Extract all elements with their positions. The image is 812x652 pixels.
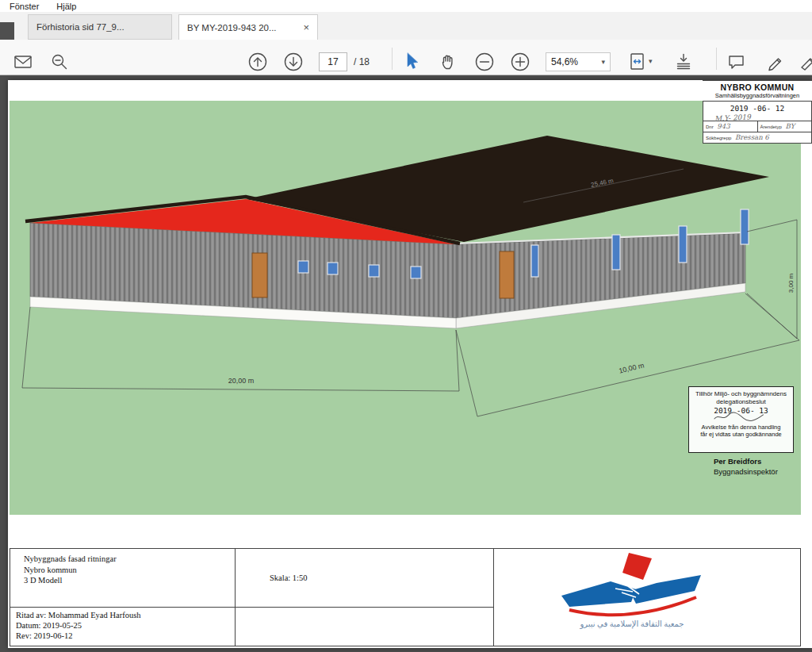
zoom-level-dropdown[interactable]: 54,6% ▾ xyxy=(546,52,611,71)
tab-bar: Förhistoria sid 77_9... BY MY-2019-943 2… xyxy=(0,12,812,40)
front-window xyxy=(327,263,338,274)
page-total-label: / 18 xyxy=(354,56,370,67)
signature-scribble xyxy=(710,412,773,422)
title-block-border xyxy=(10,548,10,646)
title-block-border xyxy=(800,548,801,646)
date-label: Datum: 2019-05-25 xyxy=(16,620,140,631)
menu-fonster[interactable]: Fönster xyxy=(10,2,39,11)
front-door xyxy=(252,253,267,297)
organization-name-arabic: جمعية الثقافة الإسلامية في نيبرو xyxy=(517,619,747,628)
hand-tool-icon[interactable] xyxy=(438,52,458,72)
tab-by-my-2019-943[interactable]: BY MY-2019-943 20... × xyxy=(178,14,318,40)
drawn-by-label: Ritad av: Mohammad Eyad Harfoush xyxy=(16,610,140,620)
fit-width-icon[interactable] xyxy=(627,52,648,72)
previous-page-icon[interactable] xyxy=(247,52,268,72)
dnr-value: 943 xyxy=(717,122,730,130)
stamp-org-name: NYBRO KOMMUN xyxy=(703,82,812,92)
delegation-line2: delegationsbeslut xyxy=(689,398,793,406)
drawing-meta-cell: Ritad av: Mohammad Eyad Harfoush Datum: … xyxy=(16,610,140,641)
delegation-stamp: Tillhör Miljö- och byggnämndens delegati… xyxy=(688,386,794,453)
stamp-dept-name: Samhällsbyggnadsförvaltningen xyxy=(703,92,812,99)
comment-icon[interactable] xyxy=(726,52,747,72)
front-window xyxy=(298,261,308,273)
side-window xyxy=(679,226,687,263)
dimension-height-label: 3,00 m xyxy=(787,273,795,293)
page-number-input[interactable]: 17 xyxy=(319,52,347,71)
drawing-area: 20,00 m 10,00 m 3,00 m 25,46 m xyxy=(10,101,801,515)
search-label: Sökbegrepp xyxy=(706,136,731,140)
front-window xyxy=(411,267,421,278)
drawing-title-cell: Nybyggnads fasad ritningar Nybro kommun … xyxy=(24,554,117,586)
stamp-type-cell: Ärendetyp BY xyxy=(757,121,812,132)
delegation-line4: får ej vidtas utan godkännande xyxy=(689,431,793,438)
title-block-border xyxy=(10,646,801,646)
building-3d-model: 20,00 m 10,00 m 3,00 m 25,46 m xyxy=(10,101,801,515)
tab-close-icon[interactable]: × xyxy=(303,22,309,33)
drawing-title-line1: Nybyggnads fasad ritningar xyxy=(24,554,117,565)
chevron-down-icon: ▾ xyxy=(601,58,605,66)
title-block-border xyxy=(10,548,801,549)
toolbar: 17 / 18 54,6% ▾ ▾ xyxy=(0,40,812,75)
handshake-logo-icon xyxy=(549,551,715,618)
tab-label: BY MY-2019-943 20... xyxy=(187,23,297,33)
dnr-label: Dnr xyxy=(706,125,714,129)
zoom-in-icon[interactable] xyxy=(510,52,530,72)
title-block-divider xyxy=(10,607,493,608)
toolbar-separator xyxy=(716,48,717,70)
zoom-level-value: 54,6% xyxy=(551,56,578,67)
dimension-front-label: 20,00 m xyxy=(228,377,255,385)
rev-label: Rev: 2019-06-12 xyxy=(16,631,140,641)
highlighter-icon[interactable] xyxy=(798,52,812,72)
delegation-line3: Avvikelse från denna handling xyxy=(689,424,793,431)
next-page-icon[interactable] xyxy=(283,52,304,72)
select-tool-icon[interactable] xyxy=(401,52,422,72)
zoom-out-icon[interactable] xyxy=(474,52,495,72)
toolbar-separator xyxy=(392,48,393,70)
dark-corner-block xyxy=(0,22,14,40)
inspector-block: Per Breidfors Byggnadsinspektör xyxy=(714,456,778,477)
menu-bar: Fönster Hjälp xyxy=(0,0,812,12)
type-value: BY xyxy=(786,122,795,130)
pdf-page: 20,00 m 10,00 m 3,00 m 25,46 m NYBRO KOM… xyxy=(8,80,812,648)
scale-label: Skala: 1:50 xyxy=(270,573,308,582)
inspector-role: Byggnadsinspektör xyxy=(714,466,778,477)
side-window xyxy=(531,245,538,277)
stamp-search-row: Sökbegrepp Bressan 6 xyxy=(703,132,811,143)
organization-logo: جمعية الثقافة الإسلامية في نيبرو xyxy=(517,551,747,640)
email-icon[interactable] xyxy=(13,52,33,72)
document-viewer[interactable]: 20,00 m 10,00 m 3,00 m 25,46 m NYBRO KOM… xyxy=(0,75,812,652)
side-window xyxy=(612,235,620,270)
zoom-out-magnifier-icon[interactable] xyxy=(49,52,70,72)
tab-label: Förhistoria sid 77_9... xyxy=(36,22,163,32)
drawing-title-line3: 3 D Modell xyxy=(24,575,117,586)
title-block-divider xyxy=(235,548,236,646)
inspector-name: Per Breidfors xyxy=(714,456,778,466)
type-label: Ärendetyp xyxy=(760,125,782,129)
front-window xyxy=(369,265,379,277)
registry-stamp: NYBRO KOMMUN Samhällsbyggnadsförvaltning… xyxy=(703,80,812,144)
tab-forhistoria[interactable]: Förhistoria sid 77_9... xyxy=(28,14,172,40)
chevron-down-icon[interactable]: ▾ xyxy=(649,57,653,65)
title-block: Nybyggnads fasad ritningar Nybro kommun … xyxy=(10,548,801,646)
side-door xyxy=(500,251,514,298)
page-scroll-icon[interactable] xyxy=(673,52,694,72)
menu-hjalp[interactable]: Hjälp xyxy=(56,2,76,11)
side-window xyxy=(741,209,749,244)
drawing-title-line2: Nybro kommun xyxy=(24,565,117,576)
stamp-box: 2019 -06- 12 M.Y- 2019 Dnr 943 Ärendetyp… xyxy=(703,101,812,144)
delegation-line1: Tillhör Miljö- och byggnämndens xyxy=(689,390,793,398)
dimension-side-label: 10,00 m xyxy=(618,362,645,375)
pencil-icon[interactable] xyxy=(766,52,787,72)
search-value: Bressan 6 xyxy=(735,133,769,141)
title-block-divider xyxy=(493,548,494,646)
